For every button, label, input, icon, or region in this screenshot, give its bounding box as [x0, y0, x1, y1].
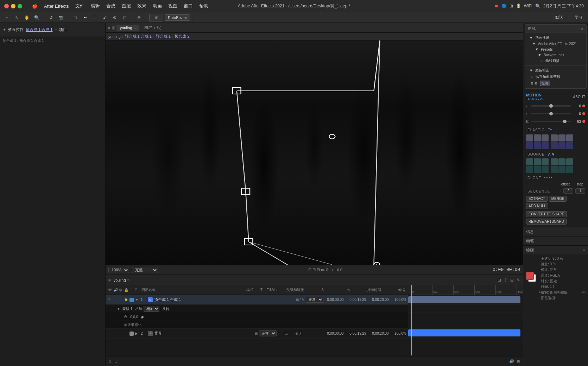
- menu-animation[interactable]: 动画: [150, 2, 165, 10]
- layer-sub-mask1[interactable]: ▼ 蒙版 1 相加 相加 反转: [106, 305, 408, 313]
- pen-tool[interactable]: ✒: [81, 14, 89, 21]
- about-button[interactable]: ABOUT: [573, 95, 585, 99]
- mask-blend-select[interactable]: 相加: [144, 306, 159, 312]
- menu-effects[interactable]: 效果: [134, 2, 149, 10]
- merge-button[interactable]: MERGE: [549, 196, 567, 202]
- preset-1-4[interactable]: [526, 142, 533, 149]
- menu-layer[interactable]: 图层: [119, 2, 134, 10]
- brush-tool[interactable]: 🖌: [101, 14, 109, 21]
- preset-2-2[interactable]: [558, 134, 565, 141]
- expand-mask1[interactable]: ▼: [117, 307, 121, 311]
- bounce-1-5[interactable]: [534, 166, 541, 173]
- nav-comp3[interactable]: 预合成 2: [175, 34, 189, 39]
- seq-icon1[interactable]: ⊡: [554, 189, 556, 193]
- audio-icon-2[interactable]: [113, 332, 117, 336]
- seq-icon2[interactable]: ⊟: [558, 189, 561, 193]
- lock-icon-2[interactable]: [124, 332, 128, 336]
- foreground-color-swatch[interactable]: [526, 272, 534, 280]
- tab-youling[interactable]: youling ≡: [116, 25, 139, 31]
- convert-shape-button[interactable]: CONVERT TO SHAPE: [526, 211, 567, 217]
- menu-view[interactable]: 视图: [165, 2, 180, 10]
- bounce-2-1[interactable]: [551, 158, 558, 165]
- mask-shape-row[interactable]: 蒙版形态化: [106, 321, 408, 329]
- project-label[interactable]: 项目: [59, 27, 67, 32]
- slider1-left[interactable]: ‹: [526, 104, 530, 108]
- tl-bot-icon4[interactable]: ⊞: [517, 359, 520, 364]
- menu-after-effects[interactable]: After Effects: [41, 3, 72, 10]
- aspect-icon[interactable]: ⊡: [308, 267, 311, 272]
- zoom-select[interactable]: 100% 50% 200%: [108, 267, 129, 273]
- text-tool[interactable]: T: [91, 14, 99, 21]
- menu-composition[interactable]: 合成: [103, 2, 118, 10]
- slider-track-1[interactable]: [531, 105, 571, 107]
- preset-2-1[interactable]: [551, 134, 558, 141]
- eye-icon-2[interactable]: [107, 332, 111, 336]
- slider3-left[interactable]: ⊡: [526, 119, 530, 124]
- bounce-2-4[interactable]: [551, 166, 558, 173]
- drawing-section-header[interactable]: 绘画 ≡: [523, 245, 588, 254]
- preset-2-3[interactable]: [566, 134, 573, 141]
- bounce-1-2[interactable]: [534, 158, 541, 165]
- bounce-curve-icon[interactable]: ∧∧: [548, 151, 555, 157]
- add-null-button[interactable]: ADD NULL: [526, 203, 548, 209]
- color-correct-item2[interactable]: ⊞ ⊞ 弘善: [526, 80, 585, 87]
- menu-apple[interactable]: 🍎: [29, 3, 40, 10]
- layer-row-2[interactable]: ▶ 2 I 背景 ⊞ 正常 无 ⊕ 无 0:00:00:00 0:00:19:2…: [106, 329, 408, 339]
- solo-icon-1[interactable]: [118, 298, 122, 302]
- effects-tab-label[interactable]: 预合成 1 合成 1: [26, 27, 52, 32]
- mode-select-1[interactable]: 正常: [306, 297, 323, 303]
- timeline-ctrl-3[interactable]: ⊞: [510, 278, 514, 283]
- curve-close[interactable]: ×: [581, 27, 583, 31]
- preset-2-4[interactable]: [551, 142, 558, 149]
- select-tool[interactable]: ↖: [13, 14, 21, 21]
- preset-2-5[interactable]: [558, 142, 565, 149]
- expand-arrow-2[interactable]: ▶: [135, 332, 139, 335]
- slider2-left[interactable]: ‹: [526, 112, 530, 116]
- tl-bot-icon1[interactable]: ⊕: [108, 359, 112, 364]
- bounce-2-5[interactable]: [558, 166, 565, 173]
- bounce-2-2[interactable]: [558, 158, 565, 165]
- tl-bot-icon2[interactable]: ⊡: [114, 359, 118, 364]
- mask-invert[interactable]: 反转: [162, 307, 169, 311]
- zoom-tool[interactable]: 🔍: [32, 14, 41, 21]
- safe-frame-icon[interactable]: ⊞: [312, 267, 316, 272]
- bounce-1-3[interactable]: [542, 158, 549, 165]
- info-section-header[interactable]: 信息: [523, 227, 588, 236]
- slider-track-3[interactable]: [531, 121, 571, 122]
- puppet-tool[interactable]: ⊛: [135, 14, 143, 21]
- playhead[interactable]: [411, 285, 412, 355]
- minimize-button[interactable]: [11, 4, 15, 8]
- grid-icon[interactable]: ⊟: [317, 267, 320, 272]
- layer-row-1[interactable]: 👁 🔒 ▼ 1 C 预合成 1 合成 1 ⊞ / ✎ 正常 0:00:00:00…: [106, 295, 408, 305]
- lock-icon-1[interactable]: 🔒: [124, 298, 128, 302]
- quality-select[interactable]: 完整 二分之一: [132, 267, 158, 273]
- anim-preset-presets[interactable]: ▼ Presets: [526, 46, 585, 52]
- bounce-2-6[interactable]: [566, 166, 573, 173]
- bounce-2-3[interactable]: [566, 158, 573, 165]
- default-workspace-button[interactable]: 默认: [552, 14, 566, 21]
- menu-help[interactable]: 帮助: [196, 2, 211, 10]
- close-button[interactable]: [4, 4, 9, 8]
- slider-thumb-1[interactable]: [549, 104, 553, 108]
- paint-section-header[interactable]: 画笔: [523, 236, 588, 245]
- tab-layer[interactable]: 图层（无）: [141, 24, 167, 31]
- preset-1-3[interactable]: [542, 134, 549, 141]
- preset-1-5[interactable]: [534, 142, 541, 149]
- menu-edit[interactable]: 编辑: [88, 2, 103, 10]
- bounce-1-6[interactable]: [542, 166, 549, 173]
- remove-artboard-button[interactable]: REMOVE ARTBOARD: [526, 219, 567, 225]
- quality-control[interactable]: 完整 二分之一: [132, 267, 158, 273]
- audio-icon-1[interactable]: [113, 298, 117, 302]
- nav-comp2[interactable]: 预合成 1: [156, 34, 171, 39]
- maximize-button[interactable]: [18, 4, 22, 8]
- solo-icon-2[interactable]: [118, 332, 122, 336]
- learn-button[interactable]: 学习: [572, 14, 585, 21]
- timeline-ctrl-1[interactable]: ⊡: [498, 278, 501, 283]
- snap-icon[interactable]: ⊕: [325, 267, 329, 272]
- anim-preset-backgrounds[interactable]: ▼ Backgrounds: [526, 52, 585, 58]
- menu-window[interactable]: 窗口: [181, 2, 196, 10]
- nav-youling[interactable]: youling: [108, 34, 121, 39]
- slider-thumb-2[interactable]: [549, 112, 553, 115]
- zoom-control[interactable]: 100% 50% 200%: [108, 267, 129, 273]
- slider-thumb-3[interactable]: [563, 120, 567, 123]
